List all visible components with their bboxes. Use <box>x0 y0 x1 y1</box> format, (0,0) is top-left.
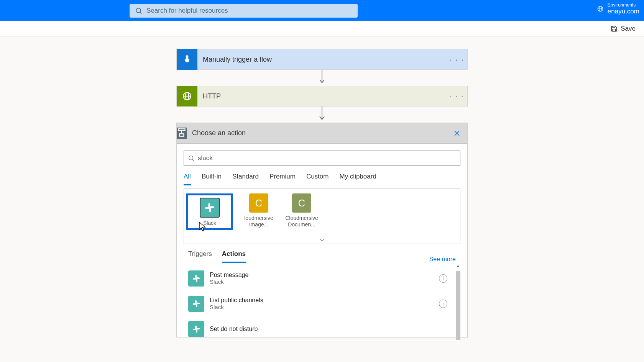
svg-rect-10 <box>178 129 185 130</box>
see-more-link[interactable]: See more <box>429 256 456 263</box>
connector-search[interactable] <box>184 151 460 166</box>
http-card[interactable]: HTTP · · · <box>176 86 468 106</box>
save-label: Save <box>621 25 636 33</box>
global-search-input[interactable] <box>146 7 352 15</box>
svg-rect-30 <box>193 329 196 330</box>
action-set-dnd[interactable]: Set do not disturb <box>188 316 459 337</box>
svg-rect-24 <box>196 277 200 279</box>
save-button[interactable]: Save <box>611 25 636 33</box>
svg-rect-19 <box>209 208 211 212</box>
connector-slack[interactable]: Slack <box>186 193 233 230</box>
svg-rect-23 <box>196 278 197 282</box>
svg-point-0 <box>136 8 141 13</box>
close-panel-button[interactable] <box>447 123 467 144</box>
http-icon <box>177 86 197 106</box>
http-menu-button[interactable]: · · · <box>447 86 467 106</box>
trigger-title: Manually trigger a flow <box>197 56 447 64</box>
tab-builtin[interactable]: Built-in <box>202 173 222 185</box>
scrollbar-thumb[interactable] <box>456 271 460 340</box>
svg-rect-22 <box>193 278 196 280</box>
action-subtitle: Slack <box>210 278 248 285</box>
action-title: Set do not disturb <box>210 326 258 333</box>
trigger-action-tabs: Triggers Actions <box>188 250 246 263</box>
save-icon <box>611 25 618 32</box>
cloudmersive-document-icon: C <box>292 193 311 213</box>
command-bar: Save <box>0 21 644 37</box>
connector-grid: Slack C loudmersive Image... C Cloudmers… <box>184 188 460 237</box>
flow-canvas: Manually trigger a flow · · · HTTP · · ·… <box>0 37 644 337</box>
tab-custom[interactable]: Custom <box>306 173 329 185</box>
connector-label: Cloudmersive Documen... <box>285 215 319 228</box>
svg-rect-31 <box>196 329 197 333</box>
connector-arrow <box>176 106 468 123</box>
search-icon <box>188 155 195 162</box>
action-title: List public channels <box>210 297 263 304</box>
action-list-channels[interactable]: List public channels Slack i <box>188 291 459 316</box>
connector-label: loudmersive Image... <box>242 215 276 228</box>
svg-rect-32 <box>196 328 200 329</box>
tab-standard[interactable]: Standard <box>232 173 259 185</box>
environment-name: enayu.com <box>608 8 639 15</box>
connector-cloudmersive-image[interactable]: C loudmersive Image... <box>242 193 276 228</box>
tab-all[interactable]: All <box>184 173 191 185</box>
svg-line-1 <box>140 12 142 14</box>
search-icon <box>135 7 143 15</box>
info-icon[interactable]: i <box>439 300 447 308</box>
svg-rect-26 <box>193 303 196 305</box>
slack-icon <box>188 270 204 287</box>
trigger-card[interactable]: Manually trigger a flow · · · <box>176 49 468 70</box>
svg-line-16 <box>192 159 194 161</box>
actions-list: ▲ Post message Slack i <box>188 266 459 337</box>
chevron-down-icon <box>320 239 324 242</box>
environment-picker[interactable]: Environments enayu.com <box>597 2 639 15</box>
environment-icon <box>597 5 604 12</box>
panel-title: Choose an action <box>187 129 447 137</box>
slack-icon <box>188 296 204 312</box>
connector-arrow <box>176 70 468 86</box>
svg-rect-28 <box>196 303 200 304</box>
connector-cloudmersive-document[interactable]: C Cloudmersive Documen... <box>284 193 319 228</box>
tab-premium[interactable]: Premium <box>269 173 296 185</box>
info-icon[interactable]: i <box>439 274 447 283</box>
cloudmersive-image-icon: C <box>249 193 268 213</box>
top-bar: Environments enayu.com <box>0 0 644 21</box>
connector-label: Slack <box>203 220 216 226</box>
expand-connectors-button[interactable] <box>184 237 460 244</box>
svg-rect-12 <box>180 134 184 136</box>
svg-rect-27 <box>196 304 197 307</box>
panel-header: Choose an action <box>177 123 467 144</box>
action-title: Post message <box>210 272 248 278</box>
choose-action-icon <box>177 128 187 139</box>
category-tabs: All Built-in Standard Premium Custom My … <box>184 173 460 185</box>
global-search[interactable] <box>130 4 358 18</box>
subtab-actions[interactable]: Actions <box>222 250 246 263</box>
close-icon <box>453 129 461 137</box>
action-post-message[interactable]: Post message Slack i <box>188 266 459 291</box>
choose-action-panel: Choose an action All Built-in Standard P… <box>176 123 468 337</box>
scroll-up-button[interactable]: ▲ <box>456 264 460 268</box>
http-title: HTTP <box>197 92 447 100</box>
action-subtitle: Slack <box>210 304 263 310</box>
slack-icon <box>200 198 220 218</box>
trigger-icon <box>177 49 197 70</box>
subtab-triggers[interactable]: Triggers <box>188 250 212 263</box>
svg-rect-20 <box>210 206 214 208</box>
slack-icon <box>188 321 204 337</box>
tab-clipboard[interactable]: My clipboard <box>339 173 376 185</box>
trigger-menu-button[interactable]: · · · <box>447 49 467 70</box>
environment-label: Environments <box>608 2 639 8</box>
svg-point-15 <box>189 156 193 160</box>
connector-search-input[interactable] <box>198 154 456 162</box>
svg-rect-18 <box>205 207 210 209</box>
